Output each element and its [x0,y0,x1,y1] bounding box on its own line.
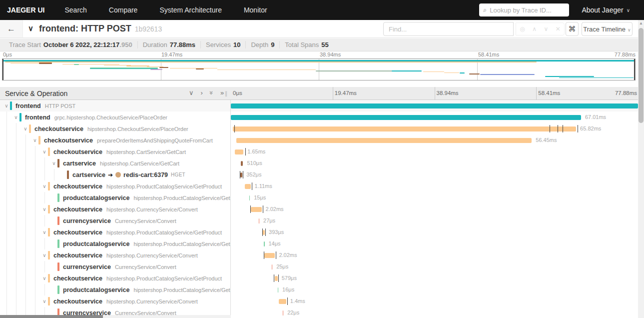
span-duration-bar[interactable] [251,207,261,212]
span-tree-cell[interactable]: ∨checkoutservicehipstershop.CurrencyServ… [0,296,231,307]
span-duration-bar[interactable] [231,104,638,108]
span-duration-bar[interactable] [249,196,250,200]
trace-span-row[interactable]: ∨frontendgrpc.hipstershop.CheckoutServic… [0,112,638,123]
span-tree-cell[interactable]: ∨checkoutservicehipstershop.ProductCatal… [0,226,231,238]
vertical-scrollbar[interactable]: ▲ [638,20,644,318]
span-tree-cell[interactable]: ∨cartservicehipstershop.CartService/GetC… [0,158,231,169]
span-duration-bar[interactable] [264,253,275,258]
back-button[interactable]: ← [0,20,23,38]
span-expander-chevron-down-icon[interactable]: ∨ [41,252,48,258]
span-timeline-cell[interactable]: 352μs [231,169,638,180]
vertical-scrollbar-thumb[interactable] [639,28,644,123]
span-tree-cell[interactable]: productcatalogservicehipstershop.Product… [0,238,231,250]
trace-span-row[interactable]: ∨checkoutservicehipstershop.CurrencyServ… [0,296,638,307]
span-duration-bar[interactable] [236,138,532,143]
span-duration-bar[interactable] [275,276,278,281]
span-timeline-cell[interactable]: 1.11ms [231,180,638,192]
about-jaeger-menu[interactable]: About Jaeger ∨ [582,0,630,20]
horizontal-scrollbar-thumb[interactable] [0,315,103,318]
span-duration-bar[interactable] [235,150,243,154]
span-expander-chevron-down-icon[interactable]: ∨ [41,298,48,304]
trace-span-row[interactable]: currencyserviceCurrencyService/Convert25… [0,261,638,272]
column-resize-grip[interactable]: ∥ [225,90,228,97]
trace-span-row[interactable]: productcatalogservicehipstershop.Product… [0,238,638,250]
span-expander-chevron-down-icon[interactable]: ∨ [3,103,10,108]
app-logo[interactable]: JAEGER UI [0,6,53,14]
span-duration-bar[interactable] [231,115,581,120]
span-expander-chevron-down-icon[interactable]: ∨ [41,149,48,154]
span-duration-bar[interactable] [240,172,242,178]
span-tree-cell[interactable]: cartservice➔redis-cart:6379HGET [0,169,231,180]
span-timeline-cell[interactable]: 27μs [231,215,638,226]
minimap-left-scrubber[interactable] [2,59,3,80]
span-timeline-cell[interactable]: 393μs [231,226,638,238]
span-expander-chevron-down-icon[interactable]: ∨ [12,114,19,120]
span-timeline-cell[interactable]: 510μs [231,158,638,169]
span-tree-cell[interactable]: ∨frontendHTTP POST [0,100,231,112]
trace-lookup-box[interactable]: ⌕ [479,4,569,16]
span-tree-cell[interactable]: ∨checkoutservicehipstershop.CheckoutServ… [0,123,231,134]
span-timeline-cell[interactable]: 579μs [231,272,638,284]
trace-span-row[interactable]: ∨checkoutservicehipstershop.CheckoutServ… [0,123,638,134]
span-tree-cell[interactable]: ∨checkoutservicehipstershop.ProductCatal… [0,272,231,284]
find-input[interactable] [384,26,513,33]
span-duration-bar[interactable] [233,126,576,132]
trace-span-row[interactable]: ∨cartservicehipstershop.CartService/GetC… [0,158,638,169]
span-duration-bar[interactable] [279,299,286,304]
find-input-box[interactable] [383,22,514,36]
collapse-one-icon[interactable]: ∨ [189,89,194,96]
nav-item-monitor[interactable]: Monitor [233,6,278,14]
trace-span-row[interactable]: ∨checkoutserviceprepareOrderItemsAndShip… [0,134,638,146]
span-duration-bar[interactable] [259,218,260,224]
minimap-right-scrubber[interactable] [634,59,635,80]
span-timeline-cell[interactable]: 15μs [231,192,638,204]
next-match-icon[interactable]: ∨ [544,26,548,32]
trace-span-row[interactable]: ∨checkoutservicehipstershop.ProductCatal… [0,226,638,238]
span-tree-cell[interactable]: ∨checkoutservicehipstershop.ProductCatal… [0,180,231,192]
span-tree-cell[interactable]: productcatalogservicehipstershop.Product… [0,192,231,204]
span-expander-chevron-down-icon[interactable]: ∨ [31,138,38,143]
span-duration-bar[interactable] [263,230,265,235]
span-timeline-cell[interactable]: 56.45ms [231,134,638,146]
trace-span-row[interactable]: ∨checkoutservicehipstershop.ProductCatal… [0,180,638,192]
trace-span-row[interactable]: ∨checkoutservicehipstershop.ProductCatal… [0,272,638,284]
span-duration-bar[interactable] [272,264,273,270]
horizontal-scrollbar[interactable] [0,315,231,318]
span-expander-chevron-down-icon[interactable]: ∨ [50,160,57,166]
expand-one-icon[interactable]: › [201,89,203,96]
nav-item-system-architecture[interactable]: System Architecture [148,6,233,14]
span-tree-cell[interactable]: ∨frontendgrpc.hipstershop.CheckoutServic… [0,112,231,123]
span-timeline-cell[interactable]: 16μs [231,284,638,296]
span-duration-bar[interactable] [264,242,265,246]
scroll-up-icon[interactable]: ▲ [638,21,644,26]
trace-view-selector[interactable]: Trace Timeline∨ [582,22,633,36]
trace-span-row[interactable]: ∨checkoutservicehipstershop.CurrencyServ… [0,204,638,215]
span-duration-bar[interactable] [283,310,284,316]
span-tree-cell[interactable]: ∨checkoutservicehipstershop.CurrencyServ… [0,204,231,215]
match-highlight-icon[interactable]: ◎ [520,26,525,32]
span-tree-cell[interactable]: ∨checkoutservicehipstershop.CurrencyServ… [0,250,231,261]
span-tree-cell[interactable]: currencyserviceCurrencyService/Convert [0,215,231,226]
trace-span-row[interactable]: productcatalogservicehipstershop.Product… [0,284,638,296]
trace-span-row[interactable]: cartservice➔redis-cart:6379HGET352μs [0,169,638,180]
prev-match-icon[interactable]: ∧ [532,26,537,32]
span-expander-chevron-down-icon[interactable]: ∨ [41,184,48,189]
span-tree-cell[interactable]: ∨checkoutserviceprepareOrderItemsAndShip… [0,134,231,146]
trace-lookup-input[interactable] [490,6,560,14]
span-timeline-cell[interactable]: 22μs [231,307,638,318]
span-timeline-cell[interactable]: 67.01ms [231,112,638,123]
span-expander-chevron-down-icon[interactable]: ∨ [41,206,48,212]
span-tree-cell[interactable]: productcatalogservicehipstershop.Product… [0,284,231,296]
nav-item-compare[interactable]: Compare [98,6,149,14]
span-timeline-cell[interactable]: 2.02ms [231,204,638,215]
span-timeline-cell[interactable]: 1.65ms [231,146,638,158]
span-tree-cell[interactable]: currencyserviceCurrencyService/Convert [0,261,231,272]
clear-find-icon[interactable]: ✕ [556,26,561,32]
trace-span-row[interactable]: ∨checkoutservicehipstershop.CurrencyServ… [0,250,638,261]
span-timeline-cell[interactable]: 25μs [231,261,638,272]
span-duration-bar[interactable] [278,288,279,292]
span-expander-chevron-down-icon[interactable]: ∨ [41,276,48,281]
span-expander-chevron-down-icon[interactable]: ∨ [41,230,48,235]
keyboard-shortcuts-button[interactable]: ⌘ [566,22,579,36]
span-tree-cell[interactable]: ∨checkoutservicehipstershop.CartService/… [0,146,231,158]
